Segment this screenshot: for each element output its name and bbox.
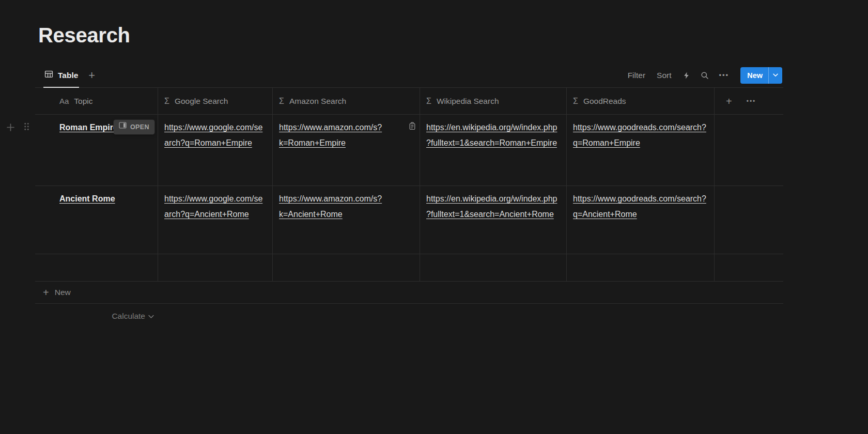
url-link[interactable]: https://www.goodreads.com/search?q=Ancie… — [573, 194, 706, 219]
sort-button[interactable]: Sort — [653, 71, 675, 80]
formula-icon: Σ — [164, 97, 169, 106]
topic-title[interactable]: Ancient Rome — [59, 194, 115, 203]
chevron-down-icon — [148, 312, 154, 321]
column-header-tools: + ••• — [715, 88, 783, 114]
more-options-icon[interactable]: ••• — [716, 71, 733, 79]
column-header-label: Topic — [74, 97, 92, 106]
column-header-topic[interactable]: Aa Topic — [35, 88, 158, 114]
cell-empty[interactable] — [420, 254, 567, 281]
side-peek-icon — [119, 119, 127, 135]
cell-wikipedia-search[interactable]: https://en.wikipedia.org/w/index.php?ful… — [420, 186, 567, 254]
new-button-label: New — [740, 71, 768, 80]
url-link[interactable]: https://en.wikipedia.org/w/index.php?ful… — [426, 194, 557, 219]
url-link[interactable]: https://www.google.com/search?q=Roman+Em… — [164, 123, 262, 147]
cell-google-search[interactable]: https://www.google.com/search?q=Ancient+… — [158, 186, 273, 254]
formula-icon: Σ — [279, 97, 284, 106]
cell-topic[interactable]: Roman Empire OPEN — [35, 115, 158, 185]
open-button[interactable]: OPEN — [114, 120, 154, 134]
cell-empty[interactable] — [158, 254, 273, 281]
table-header-row: Aa Topic Σ Google Search Σ Amazon Search… — [35, 88, 783, 115]
table-view-icon — [44, 70, 53, 81]
cell-goodreads[interactable]: https://www.goodreads.com/search?q=Roman… — [567, 115, 715, 185]
formula-icon: Σ — [426, 97, 431, 106]
page-title[interactable]: Research — [38, 24, 130, 47]
add-view-button[interactable]: + — [88, 70, 95, 81]
tab-table[interactable]: Table — [43, 63, 79, 87]
filter-button[interactable]: Filter — [624, 71, 649, 80]
add-row-icon[interactable] — [7, 123, 14, 133]
column-header-goodreads[interactable]: Σ GoodReads — [567, 88, 715, 114]
lightning-icon[interactable] — [679, 71, 693, 80]
tab-table-label: Table — [58, 71, 78, 80]
notion-page: Research Table + Filter Sort ••• New — [0, 0, 868, 434]
drag-handle-icon[interactable] — [24, 122, 29, 133]
cell-empty — [715, 186, 783, 254]
url-link[interactable]: https://www.goodreads.com/search?q=Roman… — [573, 123, 706, 147]
cell-wikipedia-search[interactable]: https://en.wikipedia.org/w/index.php?ful… — [420, 115, 567, 185]
cell-amazon-search[interactable]: https://www.amazon.com/s?k=Roman+Empire — [273, 115, 420, 185]
chevron-down-icon[interactable] — [769, 73, 782, 77]
calculate-label: Calculate — [112, 312, 145, 321]
add-column-button[interactable]: + — [726, 96, 732, 106]
search-icon[interactable] — [698, 71, 712, 80]
column-header-wikipedia-search[interactable]: Σ Wikipedia Search — [420, 88, 567, 114]
formula-icon: Σ — [573, 97, 578, 106]
column-header-label: Google Search — [175, 97, 228, 106]
url-link[interactable]: https://www.google.com/search?q=Ancient+… — [164, 194, 262, 219]
cell-topic[interactable]: Ancient Rome — [35, 186, 158, 254]
calculate-button[interactable]: Calculate — [35, 304, 158, 329]
column-header-label: Amazon Search — [289, 97, 346, 106]
cell-empty — [715, 254, 783, 281]
open-button-label: OPEN — [130, 119, 149, 135]
url-link[interactable]: https://en.wikipedia.org/w/index.php?ful… — [426, 123, 557, 147]
title-column-icon: Aa — [59, 97, 69, 105]
cell-empty — [715, 115, 783, 185]
toolbar-controls: Filter Sort ••• New — [624, 63, 783, 87]
new-row-label: New — [55, 288, 71, 297]
view-tabs-group: Table + — [35, 63, 95, 87]
table-row: Roman Empire OPEN https://www.google.com… — [35, 115, 783, 186]
new-button[interactable]: New — [740, 67, 782, 84]
column-header-label: Wikipedia Search — [437, 97, 499, 106]
column-header-google-search[interactable]: Σ Google Search — [158, 88, 273, 114]
column-options-icon[interactable]: ••• — [747, 98, 756, 105]
cell-empty[interactable] — [273, 254, 420, 281]
column-header-label: GoodReads — [583, 97, 626, 106]
database-table: Aa Topic Σ Google Search Σ Amazon Search… — [35, 88, 783, 282]
new-row-button[interactable]: + New — [35, 282, 783, 304]
table-row-empty — [35, 254, 783, 282]
cell-empty[interactable] — [567, 254, 715, 281]
view-tabbar: Table + Filter Sort ••• New — [35, 63, 783, 88]
cell-goodreads[interactable]: https://www.goodreads.com/search?q=Ancie… — [567, 186, 715, 254]
copy-icon[interactable] — [408, 119, 417, 136]
table-row: Ancient Rome https://www.google.com/sear… — [35, 186, 783, 254]
url-link[interactable]: https://www.amazon.com/s?k=Ancient+Rome — [279, 194, 382, 219]
url-link[interactable]: https://www.amazon.com/s?k=Roman+Empire — [279, 123, 382, 147]
column-header-amazon-search[interactable]: Σ Amazon Search — [273, 88, 420, 114]
cell-empty[interactable] — [35, 254, 158, 281]
topic-title[interactable]: Roman Empire — [59, 123, 118, 132]
cell-google-search[interactable]: https://www.google.com/search?q=Roman+Em… — [158, 115, 273, 185]
plus-icon: + — [43, 287, 49, 298]
cell-amazon-search[interactable]: https://www.amazon.com/s?k=Ancient+Rome — [273, 186, 420, 254]
